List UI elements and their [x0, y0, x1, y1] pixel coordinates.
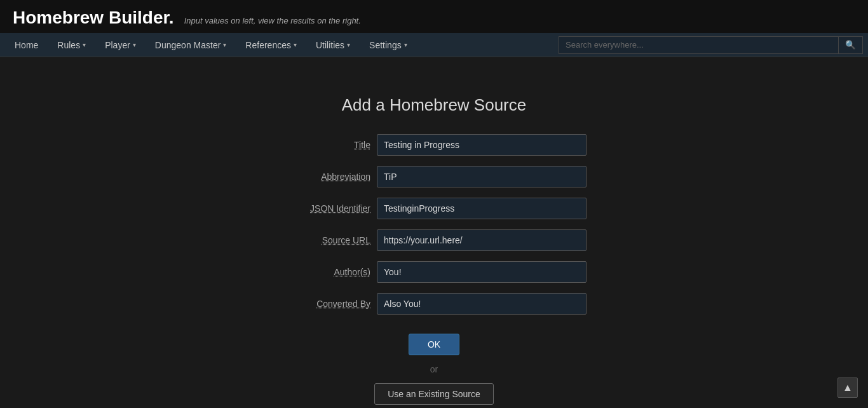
nav-player[interactable]: Player ▾ — [95, 34, 146, 56]
title-input[interactable] — [377, 134, 587, 156]
source-url-row: Source URL — [281, 229, 587, 251]
authors-label: Author(s) — [281, 267, 370, 277]
navbar: Home Rules ▾ Player ▾ Dungeon Master ▾ R… — [0, 33, 868, 57]
app-subtitle: Input values on left, view the results o… — [184, 16, 361, 25]
main-content: Add a Homebrew Source Title Abbreviation… — [0, 57, 868, 405]
json-identifier-label: JSON Identifier — [281, 203, 370, 214]
add-homebrew-form: Title Abbreviation JSON Identifier Sourc… — [281, 134, 587, 405]
ok-button[interactable]: OK — [409, 334, 459, 355]
or-divider: or — [423, 364, 445, 374]
authors-row: Author(s) — [281, 261, 587, 283]
search-input[interactable] — [559, 36, 838, 54]
nav-utilities-arrow: ▾ — [347, 41, 350, 48]
scroll-to-top-button[interactable]: ▲ — [837, 377, 858, 398]
converted-by-row: Converted By — [281, 293, 587, 315]
search-button[interactable]: 🔍 — [838, 36, 863, 54]
nav-utilities[interactable]: Utilities ▾ — [306, 34, 360, 56]
app-title: Homebrew Builder. — [13, 8, 174, 28]
nav-references-arrow: ▾ — [294, 41, 297, 48]
authors-input[interactable] — [377, 261, 587, 283]
json-identifier-input[interactable] — [377, 198, 587, 219]
nav-player-arrow: ▾ — [133, 41, 136, 48]
title-row: Title — [281, 134, 587, 156]
nav-dungeon-master[interactable]: Dungeon Master ▾ — [146, 34, 236, 56]
search-container: 🔍 — [559, 36, 863, 54]
nav-home[interactable]: Home — [5, 34, 48, 56]
nav-settings[interactable]: Settings ▾ — [360, 34, 417, 56]
abbreviation-label: Abbreviation — [281, 172, 370, 182]
page-heading: Add a Homebrew Source — [342, 95, 526, 115]
abbreviation-row: Abbreviation — [281, 166, 587, 187]
nav-rules[interactable]: Rules ▾ — [48, 34, 95, 56]
header: Homebrew Builder. Input values on left, … — [0, 0, 868, 33]
use-existing-source-button[interactable]: Use an Existing Source — [374, 383, 494, 405]
buttons-area: OK or Use an Existing Source — [281, 327, 587, 405]
nav-dungeon-master-arrow: ▾ — [223, 41, 226, 48]
or-text: or — [430, 364, 438, 374]
title-label: Title — [281, 140, 370, 150]
source-url-label: Source URL — [281, 235, 370, 245]
converted-by-input[interactable] — [377, 293, 587, 315]
nav-settings-arrow: ▾ — [404, 41, 407, 48]
search-icon: 🔍 — [845, 40, 856, 50]
json-identifier-row: JSON Identifier — [281, 198, 587, 219]
nav-rules-arrow: ▾ — [83, 41, 86, 48]
nav-references[interactable]: References ▾ — [236, 34, 306, 56]
converted-by-label: Converted By — [281, 299, 370, 309]
chevron-up-icon: ▲ — [843, 382, 853, 393]
abbreviation-input[interactable] — [377, 166, 587, 187]
source-url-input[interactable] — [377, 229, 587, 251]
